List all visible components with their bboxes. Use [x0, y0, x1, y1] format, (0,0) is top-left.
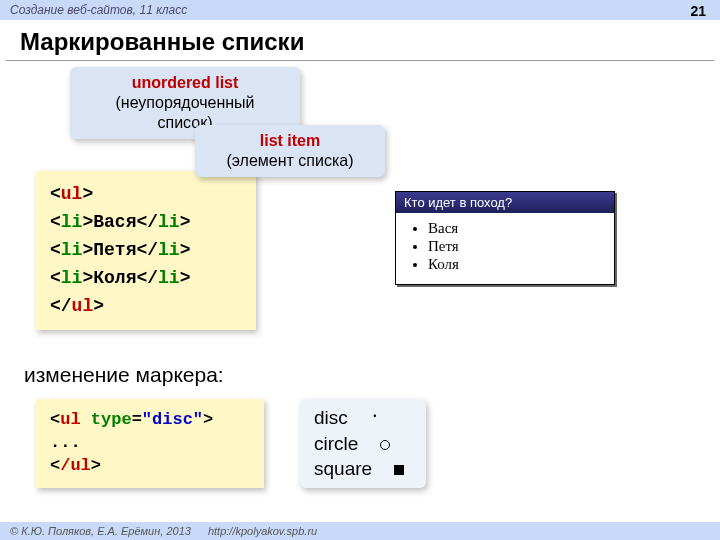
marker-label: square — [314, 456, 372, 482]
marker-label: disc — [314, 405, 348, 431]
marker-row-square: square — [314, 456, 406, 482]
rendered-list: Вася Петя Коля — [406, 220, 604, 273]
code-line: </ul> — [50, 293, 242, 321]
page-title: Маркированные списки — [6, 20, 714, 61]
copyright: © К.Ю. Поляков, Е.А. Ерёмин, 2013 — [10, 525, 191, 537]
footer: © К.Ю. Поляков, Е.А. Ерёмин, 2013 http:/… — [0, 522, 720, 540]
browser-preview: Кто идет в поход? Вася Петя Коля — [395, 191, 615, 285]
breadcrumb: Создание веб-сайтов, 11 класс 21 — [0, 0, 720, 20]
translation-li: (элемент списка) — [211, 151, 369, 171]
subheading-marker-change: изменение маркера: — [24, 363, 224, 387]
marker-row-disc: disc • — [314, 405, 406, 431]
code-line: <li>Петя</li> — [50, 237, 242, 265]
marker-types-box: disc • circle square — [300, 399, 426, 488]
code-example-type: <ul type="disc"> ... </ul> — [36, 399, 264, 488]
code-line: <ul type="disc"> — [50, 409, 250, 432]
code-line: <li>Вася</li> — [50, 209, 242, 237]
marker-label: circle — [314, 431, 358, 457]
footer-link[interactable]: http://kpolyakov.spb.ru — [208, 525, 317, 537]
square-icon — [392, 456, 406, 482]
browser-body: Вася Петя Коля — [396, 213, 614, 284]
term-li: list item — [211, 131, 369, 151]
code-line: <li>Коля</li> — [50, 265, 242, 293]
code-line: ... — [50, 432, 250, 455]
list-item: Петя — [428, 238, 604, 255]
circle-icon — [378, 431, 392, 457]
crumb-text: Создание веб-сайтов, 11 класс — [10, 3, 187, 17]
code-example-ul: <ul> <li>Вася</li> <li>Петя</li> <li>Кол… — [36, 171, 256, 330]
disc-icon: • — [368, 410, 382, 422]
term-ul: unordered list — [86, 73, 284, 93]
code-line: </ul> — [50, 455, 250, 478]
callout-list-item: list item (элемент списка) — [195, 125, 385, 177]
list-item: Вася — [428, 220, 604, 237]
list-item: Коля — [428, 256, 604, 273]
browser-titlebar: Кто идет в поход? — [396, 192, 614, 213]
code-line: <ul> — [50, 181, 242, 209]
page-number: 21 — [690, 3, 706, 19]
content-area: unordered list (неупорядоченный список) … — [0, 61, 720, 501]
marker-row-circle: circle — [314, 431, 406, 457]
